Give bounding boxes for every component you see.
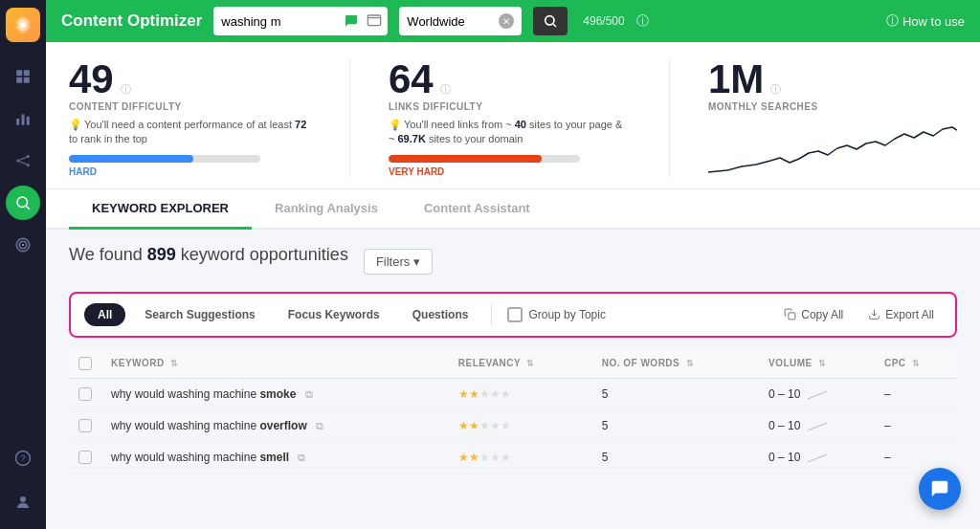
volume-sparkline-2	[808, 421, 827, 432]
tab-content-assistant[interactable]: Content Assistant	[401, 189, 553, 230]
cpc-cell-2: –	[875, 409, 957, 441]
svg-line-14	[19, 162, 27, 165]
location-bar: ✕	[399, 7, 522, 35]
col-keyword: KEYWORD ⇅	[101, 349, 449, 379]
svg-rect-27	[789, 313, 795, 320]
table-row: why would washing machine overflow ⧉ ★★★…	[69, 409, 957, 441]
col-num-words: NO. OF WORDS ⇅	[592, 349, 759, 379]
monthly-searches-metric: 1M ⓘ MONTHLY SEARCHES	[708, 59, 957, 177]
app-logo[interactable]	[6, 8, 40, 42]
volume-sparkline-3	[808, 452, 827, 464]
sidebar-item-dashboard[interactable]	[6, 59, 40, 94]
sidebar-item-user[interactable]	[6, 485, 40, 519]
filter-tab-search-suggestions[interactable]: Search Suggestions	[131, 303, 268, 326]
found-row: We found 899 keyword opportunities Filte…	[69, 245, 957, 278]
row-checkbox-2[interactable]	[78, 419, 92, 432]
links-difficulty-desc: 💡You'll need links from ~ 40 sites to yo…	[389, 118, 631, 147]
links-difficulty-metric: 64 ⓘ LINKS DIFFICULTY 💡You'll need links…	[389, 59, 631, 177]
svg-point-15	[17, 197, 28, 208]
svg-line-16	[26, 206, 29, 209]
table-header: KEYWORD ⇅ RELEVANCY ⇅ NO. OF WORDS ⇅ VOL…	[69, 349, 957, 379]
content-difficulty-desc: 💡You'll need a content performance of at…	[69, 118, 311, 147]
relevancy-cell-3: ★★★★★	[449, 441, 592, 473]
external-link-icon-3[interactable]: ⧉	[298, 452, 305, 463]
numwords-cell-2: 5	[592, 409, 759, 441]
select-all-checkbox[interactable]	[78, 357, 92, 370]
sort-numwords-icon[interactable]: ⇅	[686, 359, 695, 368]
found-text: We found 899 keyword opportunities	[69, 245, 348, 265]
info-circle-icon: ⓘ	[886, 12, 899, 30]
sidebar-item-target[interactable]	[6, 228, 40, 262]
monthly-searches-info-icon[interactable]: ⓘ	[770, 82, 781, 97]
sidebar-item-connections[interactable]	[6, 143, 40, 178]
row-checkbox-1[interactable]	[78, 387, 92, 401]
search-submit-button[interactable]	[533, 7, 568, 35]
svg-line-13	[19, 157, 27, 160]
sort-relevancy-icon[interactable]: ⇅	[526, 359, 535, 368]
filters-button[interactable]: Filters ▾	[364, 249, 433, 275]
monthly-searches-number: 1M	[708, 59, 764, 99]
chat-fab-button[interactable]	[919, 468, 961, 510]
filter-tab-questions[interactable]: Questions	[399, 303, 482, 326]
svg-point-25	[546, 16, 554, 25]
chevron-down-icon: ▾	[413, 254, 420, 269]
char-info-icon[interactable]: ⓘ	[636, 12, 649, 30]
sidebar-item-help[interactable]: ?	[6, 441, 40, 475]
table-row: why would washing machine smell ⧉ ★★★★★ …	[69, 441, 957, 473]
browser-icon[interactable]	[365, 13, 384, 29]
links-difficulty-bar-label: VERY HARD	[389, 166, 631, 177]
header: Content Optimizer ✕ 496/500 ⓘ ⓘ How	[46, 0, 980, 42]
links-difficulty-info-icon[interactable]: ⓘ	[440, 82, 451, 97]
keyword-filter-bar: All Search Suggestions Focus Keywords Qu…	[69, 292, 957, 338]
svg-rect-9	[27, 117, 30, 125]
volume-sparkline-1	[808, 389, 827, 401]
svg-point-12	[27, 164, 30, 166]
keyword-table: KEYWORD ⇅ RELEVANCY ⇅ NO. OF WORDS ⇅ VOL…	[69, 349, 957, 474]
external-link-icon-2[interactable]: ⧉	[316, 420, 323, 431]
col-cpc: CPC ⇅	[875, 349, 957, 379]
relevancy-cell-2: ★★★★★	[449, 409, 592, 441]
content-difficulty-info-icon[interactable]: ⓘ	[121, 82, 131, 97]
sparkline-chart	[708, 124, 957, 177]
volume-cell-1: 0 – 10	[759, 378, 875, 409]
message-icon[interactable]	[342, 13, 361, 29]
external-link-icon-1[interactable]: ⧉	[305, 388, 313, 400]
svg-rect-23	[368, 15, 381, 26]
content-difficulty-label: CONTENT DIFFICULTY	[69, 101, 311, 112]
svg-rect-3	[16, 70, 22, 76]
location-clear-button[interactable]: ✕	[499, 13, 514, 29]
location-input[interactable]	[407, 14, 493, 29]
svg-point-11	[27, 155, 30, 158]
search-input[interactable]	[213, 14, 338, 29]
group-by-topic-checkbox[interactable]	[507, 307, 523, 322]
tab-ranking-analysis[interactable]: Ranking Analysis	[252, 189, 401, 230]
svg-point-10	[16, 160, 19, 163]
sort-keyword-icon[interactable]: ⇅	[170, 359, 179, 368]
keyword-cell-3: why would washing machine smell ⧉	[101, 441, 449, 473]
links-difficulty-number: 64	[389, 59, 434, 99]
sidebar: ?	[0, 0, 46, 529]
app-title: Content Optimizer	[61, 11, 202, 31]
sort-cpc-icon[interactable]: ⇅	[912, 359, 921, 368]
svg-line-26	[553, 24, 556, 27]
svg-text:?: ?	[20, 453, 25, 463]
svg-point-22	[20, 496, 26, 502]
numwords-cell-1: 5	[592, 378, 759, 409]
copy-all-button[interactable]: Copy All	[776, 304, 851, 325]
sidebar-item-optimizer[interactable]	[6, 186, 40, 220]
relevancy-cell-1: ★★★★★	[449, 378, 592, 409]
how-to-use-link[interactable]: ⓘ How to use	[886, 12, 965, 30]
filter-tab-all[interactable]: All	[84, 303, 125, 326]
row-checkbox-3[interactable]	[78, 451, 92, 464]
group-by-topic[interactable]: Group by Topic	[507, 307, 606, 322]
content-difficulty-number: 49	[69, 59, 114, 99]
export-all-button[interactable]: Export All	[860, 304, 942, 325]
svg-rect-5	[16, 77, 22, 83]
filter-tab-focus-keywords[interactable]: Focus Keywords	[275, 303, 393, 326]
keyword-explorer-content: We found 899 keyword opportunities Filte…	[46, 230, 980, 529]
tab-keyword-explorer[interactable]: KEYWORD EXPLORER	[69, 189, 252, 230]
sort-volume-icon[interactable]: ⇅	[818, 359, 827, 368]
sidebar-item-analytics[interactable]	[6, 101, 40, 136]
keyword-cell-1: why would washing machine smoke ⧉	[101, 378, 449, 409]
col-volume: VOLUME ⇅	[759, 349, 875, 379]
